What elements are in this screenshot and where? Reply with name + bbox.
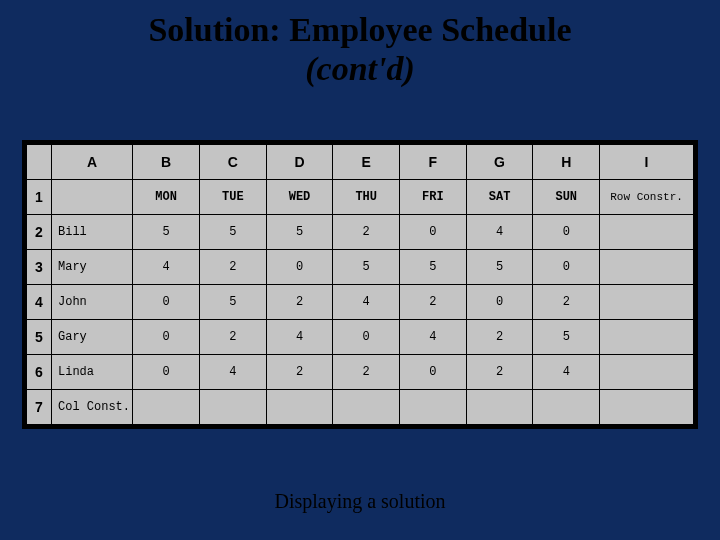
cell-I7 bbox=[600, 390, 694, 425]
rowhead-3: 3 bbox=[27, 250, 52, 285]
cell-C4: 5 bbox=[199, 285, 266, 320]
cell-D4: 2 bbox=[266, 285, 333, 320]
cell-B2: 5 bbox=[133, 215, 200, 250]
cell-C2: 5 bbox=[199, 215, 266, 250]
cell-A4: John bbox=[52, 285, 133, 320]
cell-A2: Bill bbox=[52, 215, 133, 250]
cell-C7 bbox=[199, 390, 266, 425]
cell-D6: 2 bbox=[266, 355, 333, 390]
row-7-colconst: 7 Col Const. bbox=[27, 390, 694, 425]
cell-I4 bbox=[600, 285, 694, 320]
cell-D7 bbox=[266, 390, 333, 425]
cell-D1: WED bbox=[266, 180, 333, 215]
cell-C3: 2 bbox=[199, 250, 266, 285]
rowhead-5: 5 bbox=[27, 320, 52, 355]
cell-C6: 4 bbox=[199, 355, 266, 390]
row-2-bill: 2 Bill 5 5 5 2 0 4 0 bbox=[27, 215, 694, 250]
row-3-mary: 3 Mary 4 2 0 5 5 5 0 bbox=[27, 250, 694, 285]
row-5-gary: 5 Gary 0 2 4 0 4 2 5 bbox=[27, 320, 694, 355]
cell-A7: Col Const. bbox=[52, 390, 133, 425]
cell-F7 bbox=[400, 390, 467, 425]
colhead-D: D bbox=[266, 145, 333, 180]
cell-B3: 4 bbox=[133, 250, 200, 285]
colhead-I: I bbox=[600, 145, 694, 180]
cell-C1: TUE bbox=[199, 180, 266, 215]
cell-A6: Linda bbox=[52, 355, 133, 390]
cell-D2: 5 bbox=[266, 215, 333, 250]
cell-F5: 4 bbox=[400, 320, 467, 355]
cell-I6 bbox=[600, 355, 694, 390]
cell-I2 bbox=[600, 215, 694, 250]
cell-C5: 2 bbox=[199, 320, 266, 355]
cell-F2: 0 bbox=[400, 215, 467, 250]
corner-cell bbox=[27, 145, 52, 180]
cell-F4: 2 bbox=[400, 285, 467, 320]
cell-H4: 2 bbox=[533, 285, 600, 320]
cell-D3: 0 bbox=[266, 250, 333, 285]
cell-G2: 4 bbox=[466, 215, 533, 250]
cell-G4: 0 bbox=[466, 285, 533, 320]
cell-B5: 0 bbox=[133, 320, 200, 355]
cell-H7 bbox=[533, 390, 600, 425]
rowhead-7: 7 bbox=[27, 390, 52, 425]
colhead-E: E bbox=[333, 145, 400, 180]
cell-F6: 0 bbox=[400, 355, 467, 390]
cell-G5: 2 bbox=[466, 320, 533, 355]
title-line1: Solution: Employee Schedule bbox=[148, 11, 571, 48]
colhead-C: C bbox=[199, 145, 266, 180]
schedule-table: A B C D E F G H I 1 MON TUE WED bbox=[26, 144, 694, 425]
cell-H1: SUN bbox=[533, 180, 600, 215]
row-1-days: 1 MON TUE WED THU FRI SAT SUN Row Constr… bbox=[27, 180, 694, 215]
cell-E1: THU bbox=[333, 180, 400, 215]
cell-F3: 5 bbox=[400, 250, 467, 285]
title-line2: (cont'd) bbox=[305, 50, 415, 87]
colhead-G: G bbox=[466, 145, 533, 180]
cell-I1: Row Constr. bbox=[600, 180, 694, 215]
cell-I5 bbox=[600, 320, 694, 355]
colhead-A: A bbox=[52, 145, 133, 180]
cell-A3: Mary bbox=[52, 250, 133, 285]
row-4-john: 4 John 0 5 2 4 2 0 2 bbox=[27, 285, 694, 320]
cell-B4: 0 bbox=[133, 285, 200, 320]
cell-G3: 5 bbox=[466, 250, 533, 285]
slide-title: Solution: Employee Schedule (cont'd) bbox=[0, 0, 720, 88]
cell-D5: 4 bbox=[266, 320, 333, 355]
cell-E6: 2 bbox=[333, 355, 400, 390]
spreadsheet: A B C D E F G H I 1 MON TUE WED bbox=[22, 140, 698, 429]
cell-E7 bbox=[333, 390, 400, 425]
cell-B1: MON bbox=[133, 180, 200, 215]
slide: Solution: Employee Schedule (cont'd) A B… bbox=[0, 0, 720, 540]
cell-G1: SAT bbox=[466, 180, 533, 215]
cell-E4: 4 bbox=[333, 285, 400, 320]
cell-H3: 0 bbox=[533, 250, 600, 285]
caption: Displaying a solution bbox=[0, 490, 720, 513]
cell-H6: 4 bbox=[533, 355, 600, 390]
colhead-B: B bbox=[133, 145, 200, 180]
cell-A5: Gary bbox=[52, 320, 133, 355]
cell-E2: 2 bbox=[333, 215, 400, 250]
column-header-row: A B C D E F G H I bbox=[27, 145, 694, 180]
cell-H5: 5 bbox=[533, 320, 600, 355]
colhead-F: F bbox=[400, 145, 467, 180]
rowhead-1: 1 bbox=[27, 180, 52, 215]
row-6-linda: 6 Linda 0 4 2 2 0 2 4 bbox=[27, 355, 694, 390]
rowhead-6: 6 bbox=[27, 355, 52, 390]
cell-E3: 5 bbox=[333, 250, 400, 285]
cell-H2: 0 bbox=[533, 215, 600, 250]
cell-E5: 0 bbox=[333, 320, 400, 355]
colhead-H: H bbox=[533, 145, 600, 180]
rowhead-4: 4 bbox=[27, 285, 52, 320]
cell-B6: 0 bbox=[133, 355, 200, 390]
cell-F1: FRI bbox=[400, 180, 467, 215]
cell-G7 bbox=[466, 390, 533, 425]
cell-G6: 2 bbox=[466, 355, 533, 390]
rowhead-2: 2 bbox=[27, 215, 52, 250]
cell-B7 bbox=[133, 390, 200, 425]
cell-I3 bbox=[600, 250, 694, 285]
cell-A1 bbox=[52, 180, 133, 215]
